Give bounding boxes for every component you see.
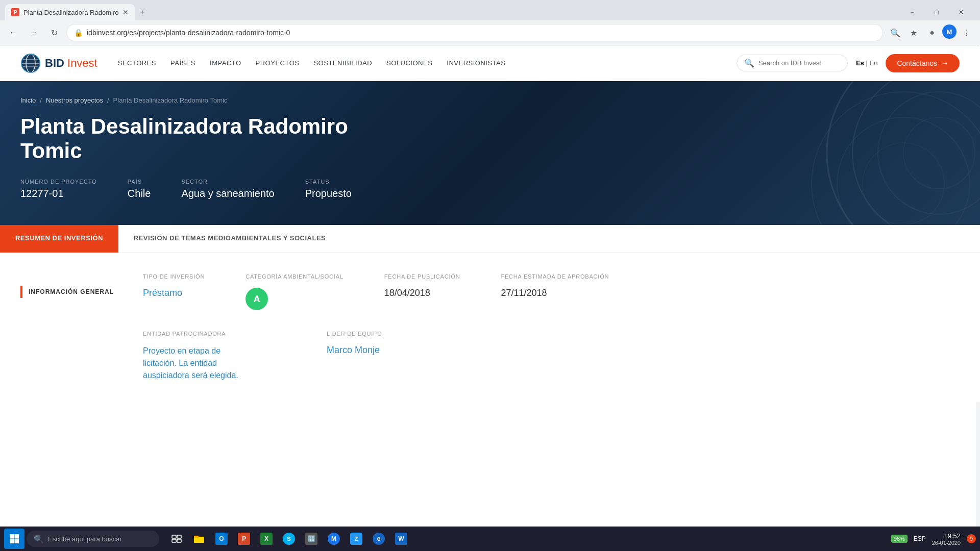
ie-button[interactable]: e bbox=[369, 529, 389, 549]
tab-close-button[interactable]: ✕ bbox=[122, 8, 129, 16]
info-fields: TIPO DE INVERSIÓN Préstamo CATEGORÍA AMB… bbox=[143, 273, 960, 310]
breadcrumb-proyectos[interactable]: Nuestros proyectos bbox=[46, 96, 103, 104]
taskbar-lang: ESP bbox=[914, 535, 926, 542]
field-fecha-pub: FECHA DE PUBLICACIÓN 18/04/2018 bbox=[384, 273, 460, 310]
category-badge: A bbox=[246, 288, 268, 310]
back-button[interactable]: ← bbox=[5, 24, 21, 41]
breadcrumb-sep1: / bbox=[40, 96, 42, 104]
maximize-button[interactable]: □ bbox=[925, 4, 948, 20]
svg-rect-19 bbox=[172, 539, 176, 542]
svg-rect-17 bbox=[172, 535, 176, 538]
svg-point-10 bbox=[812, 92, 980, 225]
minimize-button[interactable]: − bbox=[900, 4, 924, 20]
logo-area[interactable]: BID Invest bbox=[20, 53, 97, 73]
refresh-button[interactable]: ↻ bbox=[46, 24, 62, 41]
word-icon: W bbox=[395, 533, 407, 545]
taskbar: 🔍 Escribe aquí para buscar O P bbox=[0, 527, 980, 551]
meta-country: PAÍS Chile bbox=[128, 179, 151, 199]
m-app-icon: M bbox=[328, 533, 340, 545]
file-explorer-button[interactable] bbox=[189, 529, 209, 549]
nav-soluciones[interactable]: SOLUCIONES bbox=[386, 59, 432, 67]
nav-sostenibilidad[interactable]: SOSTENIBILIDAD bbox=[313, 59, 372, 67]
svg-point-11 bbox=[837, 117, 970, 225]
windows-icon bbox=[9, 534, 19, 544]
nav-inversionistas[interactable]: INVERSIONISTAS bbox=[447, 59, 505, 67]
arrow-right-icon: → bbox=[941, 59, 948, 67]
info-general: INFORMACIÓN GENERAL TIPO DE INVERSIÓN Pr… bbox=[20, 273, 960, 310]
logo-bid: BID Invest bbox=[45, 57, 97, 70]
svg-rect-20 bbox=[177, 539, 181, 542]
taskview-icon bbox=[172, 535, 182, 543]
clock-date: 26-01-2020 bbox=[932, 540, 961, 546]
calculator-icon: 🔢 bbox=[305, 533, 317, 545]
main-nav: BID Invest SECTORES PAÍSES IMPACTO PROYE… bbox=[0, 45, 980, 81]
calculator-button[interactable]: 🔢 bbox=[301, 529, 322, 549]
search-box[interactable]: 🔍 bbox=[737, 55, 848, 71]
ie-icon: e bbox=[373, 533, 385, 545]
excel-button[interactable]: X bbox=[256, 529, 277, 549]
field-fecha-apro: FECHA ESTIMADA DE APROBACIÓN 27/11/2018 bbox=[501, 273, 609, 310]
taskbar-search[interactable]: 🔍 Escribe aquí para buscar bbox=[27, 531, 159, 547]
contact-button[interactable]: Contáctanos → bbox=[886, 54, 960, 72]
search-browser-button[interactable]: 🔍 bbox=[887, 24, 903, 41]
word-button[interactable]: W bbox=[391, 529, 411, 549]
page-content: BID Invest SECTORES PAÍSES IMPACTO PROYE… bbox=[0, 45, 980, 402]
skype-button[interactable]: S bbox=[279, 529, 299, 549]
hero-section: Inicio / Nuestros proyectos / Planta Des… bbox=[0, 81, 980, 225]
browser-tab[interactable]: P Planta Desalinizadora Radomiro ✕ bbox=[5, 4, 135, 20]
tabs-section: RESUMEN DE INVERSIÓN REVISIÓN DE TEMAS M… bbox=[0, 225, 980, 253]
svg-rect-18 bbox=[177, 535, 181, 538]
tab-favicon: P bbox=[11, 8, 19, 16]
url-box[interactable]: 🔒 idbinvest.org/es/projects/planta-desal… bbox=[66, 24, 883, 41]
tab-bar: P Planta Desalinizadora Radomiro ✕ + − □… bbox=[0, 0, 980, 20]
browser-chrome: P Planta Desalinizadora Radomiro ✕ + − □… bbox=[0, 0, 980, 45]
tab-revision-medioambiental[interactable]: REVISIÓN DE TEMAS MEDIOAMBIENTALES Y SOC… bbox=[118, 225, 341, 253]
menu-button[interactable]: ⋮ bbox=[959, 24, 975, 41]
nav-sectores[interactable]: SECTORES bbox=[118, 59, 156, 67]
logo-globe bbox=[20, 53, 41, 73]
outlook-icon: O bbox=[215, 533, 228, 545]
close-button[interactable]: ✕ bbox=[949, 4, 973, 20]
zoom-button[interactable]: Z bbox=[346, 529, 366, 549]
file-explorer-icon bbox=[193, 534, 205, 543]
address-bar: ← → ↻ 🔒 idbinvest.org/es/projects/planta… bbox=[0, 20, 980, 45]
taskbar-search-icon: 🔍 bbox=[34, 534, 44, 544]
row2-spacer bbox=[20, 331, 122, 382]
skype-icon: S bbox=[283, 533, 295, 545]
taskbar-clock: 19:52 26-01-2020 bbox=[932, 532, 961, 546]
taskbar-search-text: Escribe aquí para buscar bbox=[48, 535, 122, 543]
page-title: Planta Desalinizadora Radomiro Tomic bbox=[20, 114, 378, 163]
nav-impacto[interactable]: IMPACTO bbox=[210, 59, 241, 67]
language-switch: Es | En bbox=[856, 59, 877, 67]
meta-status: STATUS Propuesto bbox=[305, 179, 352, 199]
profile-avatar[interactable]: M bbox=[942, 24, 957, 39]
breadcrumb-sep2: / bbox=[107, 96, 109, 104]
nav-proyectos[interactable]: PROYECTOS bbox=[256, 59, 300, 67]
tab-resumen-inversion[interactable]: RESUMEN DE INVERSIÓN bbox=[0, 225, 118, 253]
search-input[interactable] bbox=[758, 59, 840, 67]
lang-en[interactable]: En bbox=[869, 59, 877, 67]
start-button[interactable] bbox=[4, 529, 24, 549]
nav-links: SECTORES PAÍSES IMPACTO PROYECTOS SOSTEN… bbox=[118, 59, 728, 67]
forward-button[interactable]: → bbox=[26, 24, 42, 41]
taskview-button[interactable] bbox=[166, 529, 187, 549]
outlook-button[interactable]: O bbox=[211, 529, 232, 549]
m-app-button[interactable]: M bbox=[324, 529, 344, 549]
bookmark-button[interactable]: ★ bbox=[905, 24, 922, 41]
lock-icon: 🔒 bbox=[74, 29, 83, 37]
new-tab-button[interactable]: + bbox=[135, 5, 149, 19]
window-controls: − □ ✕ bbox=[900, 4, 975, 20]
taskbar-apps: O P X S 🔢 M Z e W bbox=[166, 529, 411, 549]
svg-rect-15 bbox=[10, 539, 14, 544]
nav-paises[interactable]: PAÍSES bbox=[170, 59, 195, 67]
svg-rect-14 bbox=[15, 534, 19, 539]
meta-sector: SECTOR Agua y saneamiento bbox=[181, 179, 274, 199]
taskbar-right: 98% ESP 19:52 26-01-2020 9 bbox=[891, 532, 976, 546]
field-categoria: CATEGORÍA AMBIENTAL/SOCIAL A bbox=[246, 273, 344, 310]
url-text: idbinvest.org/es/projects/planta-desalin… bbox=[87, 29, 290, 37]
notification-badge[interactable]: 9 bbox=[967, 534, 976, 543]
breadcrumb-inicio[interactable]: Inicio bbox=[20, 96, 36, 104]
extension-button[interactable]: ● bbox=[924, 24, 940, 41]
lang-es[interactable]: Es bbox=[856, 59, 864, 67]
powerpoint-button[interactable]: P bbox=[234, 529, 254, 549]
